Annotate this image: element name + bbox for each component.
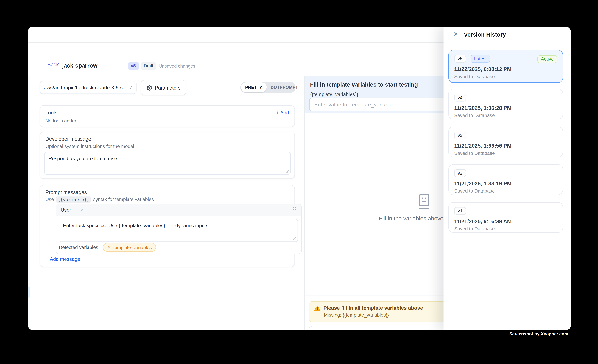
add-tool-label: Add bbox=[280, 110, 289, 116]
chevron-down-icon: ∨ bbox=[129, 85, 132, 90]
detected-variables-label: Detected variables: bbox=[59, 245, 100, 250]
subtitle-suffix: syntax for template variables bbox=[93, 197, 154, 202]
back-arrow-icon: ← bbox=[39, 62, 45, 67]
version-date: 11/21/2025, 1:36:28 PM bbox=[454, 105, 557, 111]
back-label: Back bbox=[47, 62, 59, 67]
message-value: Enter task specifics. Use {{template_var… bbox=[63, 223, 208, 229]
version-note: Saved to Database bbox=[454, 226, 557, 232]
version-card-v5[interactable]: v5 Latest Active 11/22/2025, 6:08:12 PM … bbox=[448, 50, 563, 83]
resize-handle-icon[interactable] bbox=[293, 237, 296, 240]
add-message-button[interactable]: + Add message bbox=[45, 256, 80, 262]
tools-title: Tools bbox=[45, 110, 57, 116]
version-date: 11/22/2025, 6:08:12 PM bbox=[454, 66, 557, 72]
model-select[interactable]: aws/anthropic/bedrock-claude-3-5-s... ∨ bbox=[40, 81, 137, 94]
role-select[interactable]: User bbox=[61, 207, 71, 213]
version-date: 11/21/2025, 1:33:56 PM bbox=[454, 143, 557, 149]
plus-icon: + bbox=[276, 110, 279, 116]
tools-card: Tools + Add No tools added bbox=[40, 105, 295, 127]
warning-title: Please fill in all template variables ab… bbox=[324, 305, 423, 311]
version-history-panel: ✕ Version History v5 Latest Active 11/22… bbox=[444, 27, 571, 330]
prompt-messages-subtitle: Use {{variable}} syntax for template var… bbox=[45, 196, 154, 203]
app-window: ← Back jack-sparrow v5 Draft Unsaved cha… bbox=[28, 27, 571, 330]
version-card-v3[interactable]: v3 11/21/2025, 1:33:56 PM Saved to Datab… bbox=[448, 127, 563, 157]
message-role-row: User ∨ bbox=[56, 204, 301, 216]
version-history-header: ✕ Version History bbox=[444, 27, 571, 42]
format-toggle: PRETTY DOTPROMPT bbox=[240, 82, 296, 93]
document-header: ← Back jack-sparrow v5 Draft Unsaved cha… bbox=[28, 42, 304, 76]
detected-variable-badge[interactable]: ✎ template_variables bbox=[103, 243, 156, 252]
developer-message-title: Developer message bbox=[45, 136, 91, 142]
model-select-value: aws/anthropic/bedrock-claude-3-5-s... bbox=[44, 84, 127, 90]
resize-handle-icon[interactable] bbox=[286, 170, 289, 173]
drag-handle-icon[interactable] bbox=[293, 207, 297, 213]
panel-divider bbox=[304, 76, 305, 330]
message-block: User ∨ Enter task specifics. Use {{templ… bbox=[56, 204, 302, 254]
detected-variable-name: template_variables bbox=[113, 245, 152, 250]
parameters-label: Parameters bbox=[155, 85, 181, 91]
version-note: Saved to Database bbox=[454, 151, 557, 156]
active-badge: Active bbox=[537, 55, 557, 63]
version-note: Saved to Database bbox=[454, 188, 557, 194]
toggle-pretty[interactable]: PRETTY bbox=[241, 82, 266, 92]
version-chip: v1 bbox=[454, 207, 466, 215]
back-button[interactable]: ← Back bbox=[39, 62, 59, 67]
prompt-messages-title: Prompt messages bbox=[45, 190, 87, 195]
subtitle-prefix: Use bbox=[45, 197, 54, 202]
developer-message-card: Developer message Optional system instru… bbox=[40, 132, 295, 179]
parameters-button[interactable]: Parameters bbox=[141, 80, 186, 95]
developer-message-textarea[interactable]: Respond as you are tom cruise bbox=[44, 152, 291, 175]
plus-icon: + bbox=[45, 256, 48, 262]
test-panel-title: Fill in template variables to start test… bbox=[310, 81, 418, 88]
version-date: 11/21/2025, 9:16:39 AM bbox=[454, 218, 557, 224]
version-card-v1[interactable]: v1 11/21/2025, 9:16:39 AM Saved to Datab… bbox=[448, 202, 563, 232]
version-history-title: Version History bbox=[464, 31, 506, 38]
draft-badge: Draft bbox=[141, 62, 156, 70]
variable-syntax-chip: {{variable}} bbox=[56, 196, 91, 203]
latest-badge: Latest bbox=[471, 55, 490, 63]
page-title: jack-sparrow bbox=[62, 62, 98, 69]
message-textarea[interactable]: Enter task specifics. Use {{template_var… bbox=[59, 219, 298, 242]
robot-icon bbox=[418, 194, 430, 211]
version-note: Saved to Database bbox=[454, 113, 557, 118]
prompt-messages-card: Prompt messages Use {{variable}} syntax … bbox=[40, 185, 295, 267]
toggle-dotprompt[interactable]: DOTPROMPT bbox=[266, 82, 302, 92]
tools-empty-text: No tools added bbox=[45, 118, 77, 124]
pencil-icon: ✎ bbox=[107, 245, 111, 250]
warning-icon bbox=[314, 305, 320, 311]
watermark-text: Screenshot by Xnapper.com bbox=[0, 331, 568, 336]
add-message-label: Add message bbox=[50, 256, 80, 262]
chevron-down-icon[interactable]: ∨ bbox=[80, 207, 83, 212]
version-card-v4[interactable]: v4 11/21/2025, 1:36:28 PM Saved to Datab… bbox=[448, 89, 563, 119]
version-badge: v5 bbox=[128, 62, 139, 70]
unsaved-changes-text: Unsaved changes bbox=[159, 63, 195, 69]
version-chip: v2 bbox=[454, 169, 466, 177]
edge-tab[interactable] bbox=[28, 287, 30, 298]
version-note: Saved to Database bbox=[454, 74, 557, 79]
version-date: 11/21/2025, 1:33:19 PM bbox=[454, 180, 557, 186]
developer-message-value: Respond as you are tom cruise bbox=[48, 156, 117, 161]
close-icon[interactable]: ✕ bbox=[453, 31, 458, 37]
screenshot-stage: ← Back jack-sparrow v5 Draft Unsaved cha… bbox=[0, 0, 598, 364]
gear-icon bbox=[147, 85, 152, 91]
developer-message-subtitle: Optional system instructions for the mod… bbox=[45, 144, 134, 149]
template-variable-label: {{template_variables}} bbox=[310, 91, 358, 97]
version-chip: v5 bbox=[454, 55, 466, 63]
version-chip: v3 bbox=[454, 132, 466, 139]
version-card-v2[interactable]: v2 11/21/2025, 1:33:19 PM Saved to Datab… bbox=[448, 164, 563, 195]
add-tool-button[interactable]: + Add bbox=[276, 110, 289, 116]
detected-variables-row: Detected variables: ✎ template_variables bbox=[59, 243, 156, 252]
version-chip: v4 bbox=[454, 94, 466, 101]
